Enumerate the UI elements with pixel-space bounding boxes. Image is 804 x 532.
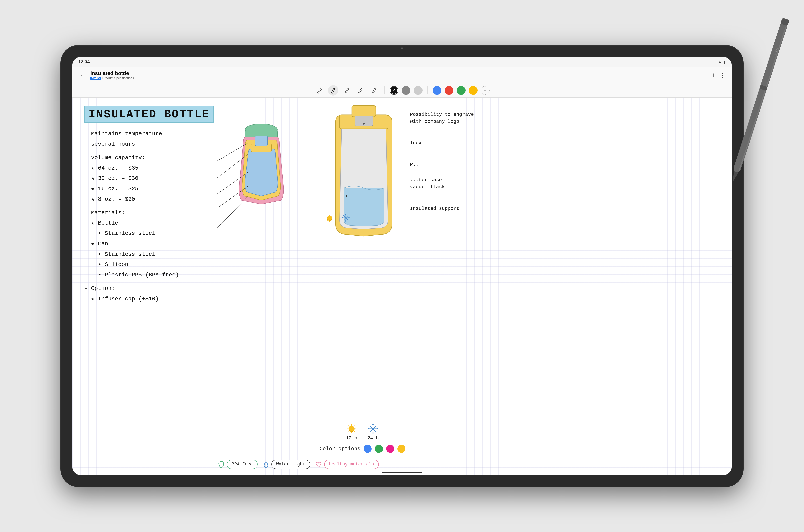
- bottle-svg: [205, 110, 330, 266]
- sun-icon: [347, 424, 357, 434]
- add-button[interactable]: +: [711, 71, 715, 79]
- svg-line-13: [217, 196, 248, 228]
- color-black[interactable]: ✓: [390, 86, 398, 95]
- stylus-pen: Lenovo: [724, 11, 796, 188]
- svg-line-50: [348, 425, 349, 426]
- svg-line-0: [317, 92, 318, 93]
- svg-point-34: [345, 214, 346, 215]
- mat-can-plastic: • Plastic PP5 (BPA-free): [85, 270, 245, 280]
- opt-infuser: ★ Infuser cap (+$10): [85, 294, 245, 304]
- svg-line-51: [354, 431, 355, 432]
- back-button[interactable]: ←: [78, 71, 87, 79]
- status-bar: 12:34 ▲ ▮: [72, 57, 732, 67]
- svg-point-61: [377, 428, 378, 429]
- annotation-outer-case: ...ter case: [410, 177, 527, 183]
- svg-line-1: [331, 92, 332, 93]
- svg-line-4: [372, 92, 372, 93]
- swatch-pink: [386, 445, 394, 453]
- svg-rect-66: [739, 25, 787, 171]
- water-drop-icon: [262, 461, 269, 468]
- option-section: – Option: ★ Infuser cap (+$10): [85, 284, 245, 304]
- annotation-vacuum: vacuum flask: [410, 184, 527, 190]
- pen4-icon: [357, 87, 364, 94]
- time-icons: 12 h 24 h: [346, 424, 379, 441]
- add-color-button[interactable]: +: [481, 86, 490, 95]
- annotation-plastic: P...: [410, 162, 527, 167]
- svg-line-2: [345, 92, 345, 93]
- toolbar-separator: [384, 87, 385, 94]
- tablet-body: 12:34 ▲ ▮ ← Insulated bottle EN-US Produ…: [60, 45, 744, 487]
- camera: [401, 48, 403, 50]
- svg-point-58: [372, 424, 374, 425]
- healthy-materials-tag-item: Healthy materials: [315, 460, 379, 469]
- pen-tool-2[interactable]: [328, 85, 338, 96]
- annotation-engrave-2: with company logo: [410, 119, 527, 124]
- hot-label: 12 h: [346, 435, 357, 441]
- color-blue[interactable]: [433, 86, 442, 95]
- color-yellow[interactable]: [469, 86, 478, 95]
- top-bar: ← Insulated bottle EN-US Product Specifi…: [72, 67, 732, 83]
- color-gray[interactable]: [401, 86, 410, 95]
- color-options-row: Color options: [320, 445, 406, 453]
- svg-point-36: [342, 217, 343, 218]
- pen-tool-4[interactable]: [355, 85, 366, 96]
- svg-point-35: [345, 221, 346, 222]
- color-green[interactable]: [457, 86, 466, 95]
- healthy-materials-tag: Healthy materials: [324, 460, 379, 469]
- svg-line-26: [327, 215, 328, 216]
- more-button[interactable]: ⋮: [719, 71, 726, 79]
- language-badge: EN-US: [91, 77, 101, 80]
- document-subtitle: EN-US Product Specifications: [91, 76, 134, 80]
- color-red[interactable]: [445, 86, 453, 95]
- svg-point-21: [327, 216, 332, 221]
- pen2-icon: [330, 87, 337, 94]
- right-annotations: Possibility to engrave with company logo…: [410, 104, 527, 219]
- pen-tool-1[interactable]: [314, 85, 325, 96]
- pen-tool-5[interactable]: [369, 85, 379, 96]
- document-title: Insulated bottle: [91, 70, 134, 76]
- battery-icon: ▮: [724, 60, 726, 64]
- wifi-icon: ▲: [718, 60, 722, 64]
- svg-line-3: [358, 92, 359, 93]
- swatch-green: [375, 445, 383, 453]
- pen3-icon: [343, 87, 351, 94]
- stylus-svg: Lenovo: [724, 11, 796, 188]
- status-time: 12:34: [78, 59, 90, 65]
- cold-label: 24 h: [368, 435, 379, 441]
- swatch-yellow: [397, 445, 406, 453]
- pen1-icon: [316, 87, 323, 94]
- color-lightgray[interactable]: [414, 86, 423, 95]
- snowflake-icon: [368, 424, 378, 434]
- top-bar-actions: + ⋮: [711, 71, 726, 79]
- bpa-free-tag: BPA-free: [227, 460, 258, 469]
- color-options-label: Color options: [320, 446, 360, 452]
- water-tight-tag: Water-tight: [272, 460, 310, 469]
- annotation-engrave: Possibility to engrave: [410, 112, 527, 117]
- svg-point-59: [372, 432, 374, 434]
- opt-header: – Option:: [85, 284, 245, 293]
- svg-line-28: [332, 215, 332, 216]
- svg-line-29: [327, 220, 328, 221]
- bpa-tag-item: BPA-free: [217, 460, 258, 469]
- pen5-icon: [371, 87, 378, 94]
- svg-point-60: [368, 428, 370, 429]
- tablet-screen: 12:34 ▲ ▮ ← Insulated bottle EN-US Produ…: [72, 57, 732, 475]
- annotation-insulated: Insulated support: [410, 206, 527, 211]
- heart-icon: [315, 461, 322, 468]
- toolbar: ✓ +: [72, 83, 732, 98]
- cutaway-illustration: [320, 104, 408, 256]
- swatch-blue: [363, 445, 372, 453]
- toolbar-separator-2: [427, 87, 428, 94]
- home-indicator: [382, 472, 422, 473]
- tablet-wrapper: 12:34 ▲ ▮ ← Insulated bottle EN-US Produ…: [40, 25, 764, 507]
- document-title-area: Insulated bottle EN-US Product Specifica…: [91, 70, 134, 80]
- svg-line-52: [354, 425, 355, 426]
- note-title: INSULATED BOTTLE: [85, 106, 214, 123]
- leaf-icon: [217, 461, 225, 468]
- status-icons: ▲ ▮: [718, 60, 726, 64]
- bottle-illustration: [205, 110, 330, 262]
- svg-point-45: [349, 426, 354, 432]
- svg-point-37: [348, 217, 350, 218]
- annotation-inox: Inox: [410, 140, 527, 146]
- pen-tool-3[interactable]: [342, 85, 352, 96]
